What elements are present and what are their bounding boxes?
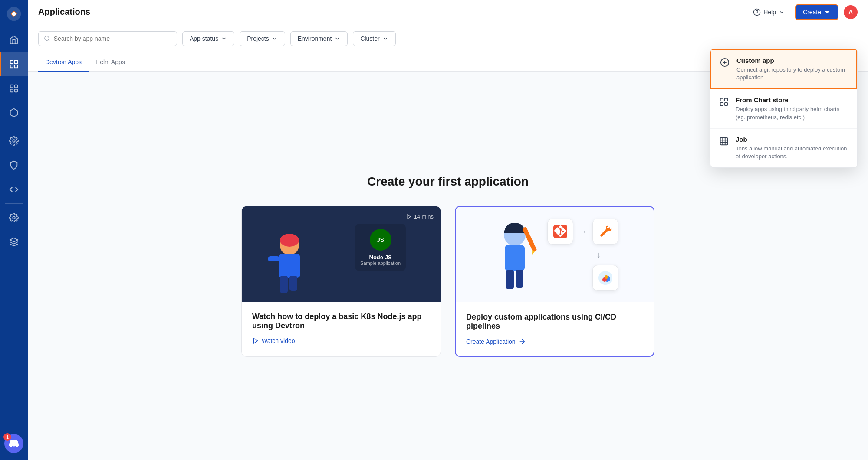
nodejs-label: Node JS [369, 254, 392, 261]
card2-title: Deploy custom applications using CI/CD p… [466, 313, 643, 331]
card2-body: Deploy custom applications using CI/CD p… [456, 302, 654, 356]
sidebar-item-shield[interactable] [0, 153, 28, 177]
nodejs-sublabel: Sample application [360, 261, 401, 266]
content-area: App status Projects Environment Cluster [28, 24, 868, 460]
svg-rect-2 [10, 61, 13, 63]
projects-filter[interactable]: Projects [240, 31, 285, 46]
svg-point-11 [13, 216, 15, 219]
sidebar-item-home[interactable] [0, 28, 28, 52]
app-status-filter-label: App status [190, 35, 218, 42]
watch-video-card[interactable]: 14 mins [241, 206, 441, 357]
sidebar-divider-1 [5, 127, 23, 127]
card-image-ci: → [456, 207, 654, 302]
svg-rect-4 [10, 65, 13, 68]
chart-store-desc: Deploy apps using third party helm chart… [736, 105, 848, 121]
svg-marker-12 [10, 238, 18, 242]
nodejs-card: JS Node JS Sample application [355, 224, 406, 271]
svg-rect-5 [15, 65, 17, 68]
play-circle-icon [252, 337, 259, 344]
svg-rect-20 [279, 254, 300, 278]
svg-point-1 [12, 12, 16, 16]
card1-title: Watch how to deploy a basic K8s Node.js … [252, 312, 430, 330]
git-icon [553, 225, 567, 238]
svg-point-15 [45, 36, 49, 40]
custom-app-icon [720, 58, 730, 68]
search-input[interactable] [54, 35, 171, 42]
cluster-filter-label: Cluster [360, 35, 379, 42]
chart-store-label: From Chart store [736, 96, 848, 104]
custom-app-label: Custom app [736, 57, 848, 64]
job-icon [719, 137, 730, 147]
sidebar-item-chart-store[interactable] [0, 76, 28, 101]
sidebar-item-apps[interactable] [0, 52, 28, 76]
dropdown-item-chart-store[interactable]: From Chart store Deploy apps using third… [710, 89, 857, 128]
video-duration: 14 mins [406, 213, 434, 220]
svg-point-10 [13, 140, 15, 142]
sidebar: 1 [0, 0, 28, 460]
arrow-right-link-icon [518, 338, 526, 346]
deploy-icon [598, 270, 613, 286]
create-application-link[interactable]: Create Application [466, 338, 643, 346]
dropdown-item-custom-app[interactable]: Custom app Connect a git repository to d… [710, 49, 857, 89]
play-icon [406, 214, 412, 220]
cards-row: 14 mins [241, 206, 654, 357]
svg-marker-24 [253, 338, 257, 343]
svg-rect-26 [505, 245, 525, 271]
create-dropdown: Custom app Connect a git repository to d… [710, 49, 858, 168]
svg-marker-17 [407, 214, 411, 219]
svg-point-19 [280, 234, 299, 247]
arrow-right-1: → [579, 226, 587, 236]
card-image-nodejs: 14 mins [242, 206, 441, 302]
header: Applications Help Create A [28, 0, 868, 24]
sidebar-logo[interactable] [0, 0, 28, 28]
tab-devtron-apps[interactable]: Devtron Apps [38, 53, 89, 72]
svg-line-16 [48, 40, 49, 41]
projects-filter-label: Projects [247, 35, 269, 42]
sidebar-item-layers[interactable] [0, 230, 28, 254]
sidebar-item-code[interactable] [0, 177, 28, 202]
app-status-filter[interactable]: App status [182, 31, 234, 46]
watch-video-link[interactable]: Watch video [252, 337, 430, 344]
sidebar-bottom: 1 [4, 434, 23, 453]
create-application-card[interactable]: → [455, 206, 654, 357]
sidebar-item-cube[interactable] [0, 101, 28, 125]
job-label: Job [736, 136, 848, 143]
svg-rect-44 [725, 103, 727, 105]
sidebar-item-settings[interactable] [0, 129, 28, 153]
main-content: Applications Help Create A [28, 0, 868, 460]
svg-rect-45 [720, 138, 728, 145]
svg-rect-8 [10, 89, 13, 92]
svg-rect-22 [289, 276, 297, 291]
search-box[interactable] [38, 31, 177, 46]
ci-person-illustration [491, 215, 543, 294]
help-button[interactable]: Help [748, 6, 790, 19]
environment-filter[interactable]: Environment [290, 31, 348, 46]
help-icon [753, 8, 761, 16]
person-illustration [255, 224, 342, 302]
svg-rect-6 [10, 85, 13, 88]
video-duration-text: 14 mins [414, 213, 434, 220]
page-title: Applications [38, 7, 90, 17]
discord-button[interactable]: 1 [4, 434, 23, 453]
projects-chevron-icon [272, 36, 278, 42]
svg-rect-42 [725, 98, 727, 101]
custom-app-desc: Connect a git repository to deploy a cus… [736, 66, 848, 82]
svg-rect-30 [516, 270, 523, 288]
cicd-illustration: → [482, 207, 627, 302]
sidebar-item-global-config[interactable] [0, 206, 28, 230]
git-box [547, 219, 573, 245]
create-button[interactable]: Create [795, 4, 838, 20]
create-chevron-icon [824, 9, 831, 16]
search-icon [44, 35, 50, 42]
empty-state-title: Create your first application [367, 175, 529, 189]
create-label: Create [803, 9, 821, 16]
help-chevron-icon [779, 9, 785, 15]
dropdown-item-job[interactable]: Job Jobs allow manual and automated exec… [710, 129, 857, 167]
chart-store-icon [719, 97, 730, 108]
tab-helm-apps[interactable]: Helm Apps [89, 53, 132, 72]
cluster-filter[interactable]: Cluster [353, 31, 395, 46]
svg-rect-43 [720, 103, 723, 105]
sidebar-divider-2 [5, 203, 23, 204]
avatar[interactable]: A [844, 5, 858, 19]
cluster-chevron-icon [382, 36, 388, 42]
